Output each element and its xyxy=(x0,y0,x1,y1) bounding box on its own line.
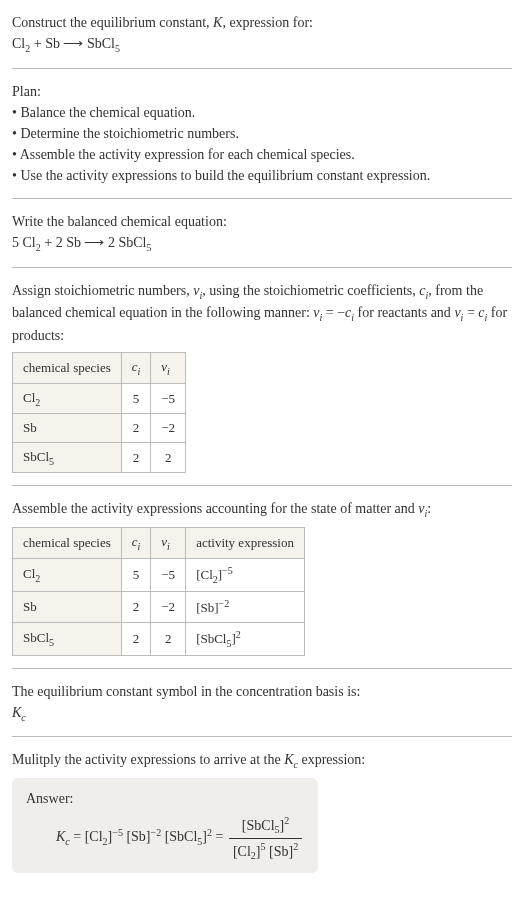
fraction: [SbCl5]2 [Cl2]5 [Sb]2 xyxy=(229,813,302,863)
value-cell: −2 xyxy=(151,591,186,622)
assemble-section: Assemble the activity expressions accoun… xyxy=(12,498,512,655)
balance-section: Write the balanced chemical equation: 5 … xyxy=(12,211,512,255)
table-row: SbCl5 2 2 [SbCl5]2 xyxy=(13,622,305,655)
k-symbol: Kc xyxy=(12,705,26,720)
plan-bullet: • Use the activity expressions to build … xyxy=(12,165,512,186)
divider xyxy=(12,485,512,486)
multiply-section: Mulitply the activity expressions to arr… xyxy=(12,749,512,873)
activity-cell: [Sb]−2 xyxy=(186,591,305,622)
plan-bullet: • Determine the stoichiometric numbers. xyxy=(12,123,512,144)
species-cell: Sb xyxy=(13,591,122,622)
answer-label: Answer: xyxy=(26,788,304,809)
intro-text: Construct the equilibrium constant, xyxy=(12,15,213,30)
table-header: νi xyxy=(151,353,186,384)
table-row: Sb 2 −2 xyxy=(13,414,186,443)
value-cell: 2 xyxy=(121,414,151,443)
species-cell: Cl2 xyxy=(13,558,122,591)
table-header: chemical species xyxy=(13,528,122,559)
assign-section: Assign stoichiometric numbers, νi, using… xyxy=(12,280,512,474)
table-row: Cl2 5 −5 xyxy=(13,383,186,414)
divider xyxy=(12,736,512,737)
table-row: Sb 2 −2 [Sb]−2 xyxy=(13,591,305,622)
balance-title: Write the balanced chemical equation: xyxy=(12,211,512,232)
value-cell: −2 xyxy=(151,414,186,443)
value-cell: 2 xyxy=(151,622,186,655)
intro: Construct the equilibrium constant, K, e… xyxy=(12,12,512,56)
stoich-table: chemical species ci νi Cl2 5 −5 Sb 2 −2 … xyxy=(12,352,186,473)
value-cell: 2 xyxy=(121,591,151,622)
symbol-title: The equilibrium constant symbol in the c… xyxy=(12,681,512,702)
answer-box: Answer: Kc = [Cl2]−5 [Sb]−2 [SbCl5]2 = [… xyxy=(12,778,318,873)
value-cell: −5 xyxy=(151,558,186,591)
table-header: ci xyxy=(121,528,151,559)
symbol-section: The equilibrium constant symbol in the c… xyxy=(12,681,512,725)
species-cell: SbCl5 xyxy=(13,442,122,473)
balanced-equation: 5 Cl2 + 2 Sb ⟶ 2 SbCl5 xyxy=(12,235,151,250)
value-cell: −5 xyxy=(151,383,186,414)
value-cell: 2 xyxy=(121,442,151,473)
divider xyxy=(12,68,512,69)
table-row: chemical species ci νi activity expressi… xyxy=(13,528,305,559)
plan-bullet: • Balance the chemical equation. xyxy=(12,102,512,123)
value-cell: 2 xyxy=(151,442,186,473)
activity-cell: [Cl2]−5 xyxy=(186,558,305,591)
answer-equation: Kc = [Cl2]−5 [Sb]−2 [SbCl5]2 = [SbCl5]2 … xyxy=(26,809,304,863)
table-header: νi xyxy=(151,528,186,559)
value-cell: 5 xyxy=(121,558,151,591)
table-header: ci xyxy=(121,353,151,384)
divider xyxy=(12,267,512,268)
plan-title: Plan: xyxy=(12,81,512,102)
table-row: Cl2 5 −5 [Cl2]−5 xyxy=(13,558,305,591)
intro-equation: Cl2 + Sb ⟶ SbCl5 xyxy=(12,36,120,51)
table-header: chemical species xyxy=(13,353,122,384)
table-row: SbCl5 2 2 xyxy=(13,442,186,473)
table-row: chemical species ci νi xyxy=(13,353,186,384)
plan-section: Plan: • Balance the chemical equation. •… xyxy=(12,81,512,186)
divider xyxy=(12,198,512,199)
value-cell: 5 xyxy=(121,383,151,414)
species-cell: SbCl5 xyxy=(13,622,122,655)
denominator: [Cl2]5 [Sb]2 xyxy=(229,839,302,863)
table-header: activity expression xyxy=(186,528,305,559)
value-cell: 2 xyxy=(121,622,151,655)
numerator: [SbCl5]2 xyxy=(229,813,302,838)
plan-bullet: • Assemble the activity expression for e… xyxy=(12,144,512,165)
activity-table: chemical species ci νi activity expressi… xyxy=(12,527,305,655)
activity-cell: [SbCl5]2 xyxy=(186,622,305,655)
divider xyxy=(12,668,512,669)
species-cell: Cl2 xyxy=(13,383,122,414)
intro-text-2: , expression for: xyxy=(222,15,313,30)
intro-k: K xyxy=(213,15,222,30)
species-cell: Sb xyxy=(13,414,122,443)
